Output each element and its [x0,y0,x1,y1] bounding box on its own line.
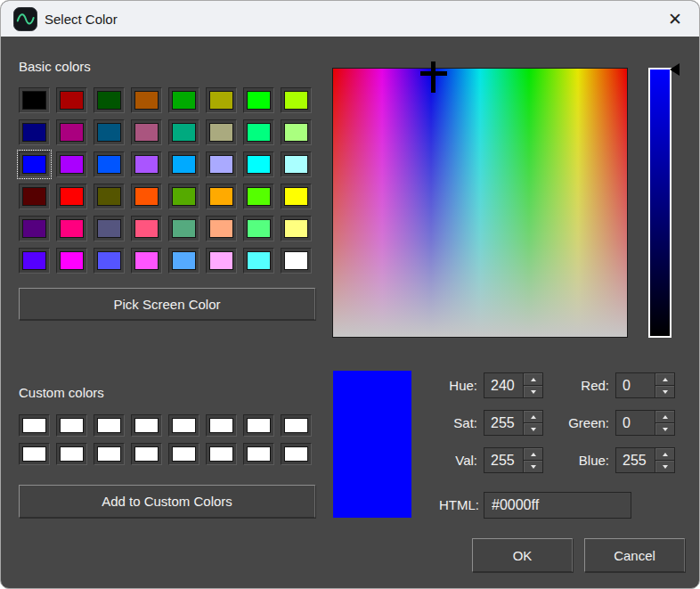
value-slider-arrow-icon[interactable] [670,63,680,76]
basic-color-swatch[interactable] [131,248,162,274]
basic-color-swatch[interactable] [168,184,199,209]
green-spinbox [615,410,675,436]
red-input[interactable] [616,373,655,397]
basic-color-swatch[interactable] [243,216,274,241]
basic-color-swatch[interactable] [56,248,87,274]
value-slider[interactable] [648,68,672,338]
basic-color-swatch[interactable] [206,151,237,177]
basic-color-swatch[interactable] [243,248,274,274]
basic-color-swatch[interactable] [131,216,162,241]
basic-color-swatch[interactable] [56,87,87,113]
swatch-color [22,155,46,174]
custom-color-swatch[interactable] [131,443,162,465]
swatch-color [247,219,271,238]
basic-color-swatch[interactable] [56,151,87,177]
basic-color-swatch[interactable] [243,184,274,209]
custom-color-swatch[interactable] [281,414,312,437]
basic-color-swatch[interactable] [168,119,199,145]
basic-color-swatch[interactable] [19,119,50,145]
red-spin-down-button[interactable] [655,385,674,397]
basic-color-swatch[interactable] [281,151,312,177]
basic-color-swatch[interactable] [56,184,87,209]
basic-color-swatch[interactable] [19,216,50,241]
add-to-custom-colors-button[interactable]: Add to Custom Colors [19,485,315,518]
swatch-color [60,155,84,174]
basic-color-swatch[interactable] [19,184,50,209]
sat-input[interactable] [484,411,523,435]
basic-color-swatch[interactable] [281,184,312,209]
basic-color-swatch[interactable] [131,87,162,113]
custom-color-swatch[interactable] [243,443,274,465]
custom-color-swatch[interactable] [56,414,87,437]
basic-color-swatch[interactable] [206,119,237,145]
green-spin-buttons [655,411,674,435]
basic-color-swatch[interactable] [19,151,50,177]
close-icon[interactable]: ✕ [662,5,688,32]
custom-color-swatch[interactable] [168,414,199,437]
custom-color-swatch[interactable] [281,443,312,465]
cancel-button[interactable]: Cancel [584,538,685,572]
basic-color-swatch[interactable] [168,151,199,177]
swatch-color [22,446,46,462]
custom-color-swatch[interactable] [206,443,237,465]
custom-color-swatch[interactable] [243,414,274,437]
basic-color-swatch[interactable] [281,248,312,274]
swatch-color [60,418,84,433]
basic-color-swatch[interactable] [243,87,274,113]
swatch-color [284,446,308,462]
basic-color-swatch[interactable] [19,87,50,113]
basic-color-swatch[interactable] [206,248,237,274]
custom-color-swatch[interactable] [131,414,162,437]
basic-color-swatch[interactable] [94,119,125,145]
basic-color-swatch[interactable] [168,216,199,241]
up-arrow-icon [663,378,668,381]
basic-color-swatch[interactable] [281,87,312,113]
custom-color-swatch[interactable] [94,414,125,437]
green-spin-down-button[interactable] [655,422,674,435]
basic-color-swatch[interactable] [281,119,312,145]
basic-color-swatch[interactable] [56,119,87,145]
basic-color-swatch[interactable] [131,151,162,177]
val-input[interactable] [484,448,523,472]
window-titlebar[interactable]: Select Color ✕ [1,1,699,37]
swatch-color [97,418,121,433]
red-spin-up-button[interactable] [655,373,674,385]
basic-color-swatch[interactable] [206,87,237,113]
ok-button[interactable]: OK [472,538,573,572]
custom-color-swatch[interactable] [56,443,87,465]
green-spin-up-button[interactable] [655,411,674,422]
custom-color-swatch[interactable] [168,443,199,465]
green-input[interactable] [616,411,655,435]
basic-color-swatch[interactable] [281,216,312,241]
swatch-color [172,155,196,174]
blue-input[interactable] [616,448,655,472]
hue-saturation-picker[interactable] [332,68,628,338]
basic-color-swatch[interactable] [94,216,125,241]
blue-spin-up-button[interactable] [655,448,674,460]
custom-color-swatch[interactable] [19,414,50,437]
custom-colors-grid [19,414,312,465]
swatch-color [209,91,233,110]
basic-color-swatch[interactable] [206,216,237,241]
blue-spin-down-button[interactable] [655,460,674,472]
basic-color-swatch[interactable] [94,248,125,274]
basic-color-swatch[interactable] [94,184,125,209]
pick-screen-color-button[interactable]: Pick Screen Color [19,288,315,320]
basic-color-swatch[interactable] [168,87,199,113]
custom-color-swatch[interactable] [206,414,237,437]
basic-color-swatch[interactable] [19,248,50,274]
hue-input[interactable] [484,373,523,397]
basic-color-swatch[interactable] [243,119,274,145]
custom-color-swatch[interactable] [94,443,125,465]
swatch-color [134,123,159,142]
custom-color-swatch[interactable] [19,443,50,465]
basic-color-swatch[interactable] [56,216,87,241]
basic-color-swatch[interactable] [94,151,125,177]
basic-color-swatch[interactable] [243,151,274,177]
basic-color-swatch[interactable] [131,119,162,145]
html-color-input[interactable] [484,492,631,519]
basic-color-swatch[interactable] [206,184,237,209]
basic-color-swatch[interactable] [168,248,199,274]
basic-color-swatch[interactable] [94,87,125,113]
basic-color-swatch[interactable] [131,184,162,209]
